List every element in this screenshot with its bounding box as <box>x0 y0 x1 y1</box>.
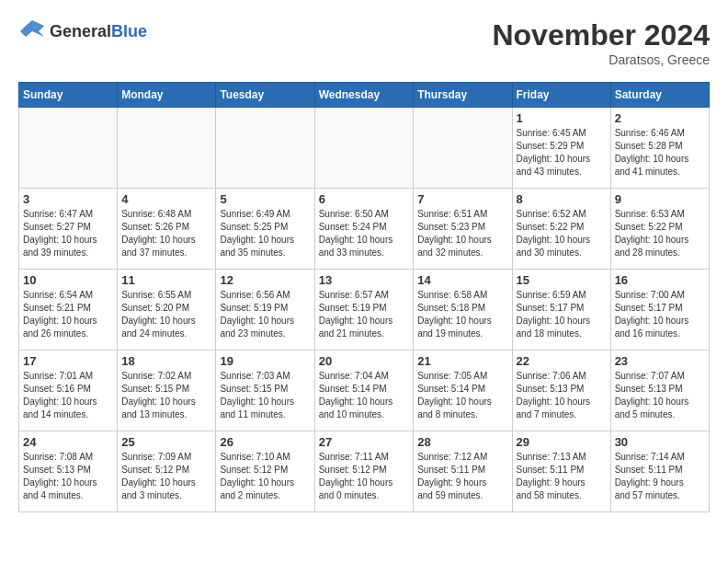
day-info: Sunrise: 7:13 AM Sunset: 5:11 PM Dayligh… <box>517 451 607 502</box>
day-info: Sunrise: 6:58 AM Sunset: 5:18 PM Dayligh… <box>417 289 507 340</box>
calendar-cell: 19Sunrise: 7:03 AM Sunset: 5:15 PM Dayli… <box>216 350 314 431</box>
day-info: Sunrise: 7:00 AM Sunset: 5:17 PM Dayligh… <box>615 289 705 340</box>
calendar-cell <box>414 108 512 189</box>
page-header: GeneralBlue November 2024 Daratsos, Gree… <box>18 18 710 67</box>
day-info: Sunrise: 6:57 AM Sunset: 5:19 PM Dayligh… <box>319 289 410 340</box>
week-row-3: 10Sunrise: 6:54 AM Sunset: 5:21 PM Dayli… <box>19 270 710 350</box>
day-number: 13 <box>319 273 410 287</box>
week-row-5: 24Sunrise: 7:08 AM Sunset: 5:13 PM Dayli… <box>19 431 710 512</box>
day-number: 26 <box>220 435 310 449</box>
calendar-cell: 8Sunrise: 6:52 AM Sunset: 5:22 PM Daylig… <box>512 189 610 270</box>
calendar-cell: 28Sunrise: 7:12 AM Sunset: 5:11 PM Dayli… <box>414 431 512 512</box>
week-row-4: 17Sunrise: 7:01 AM Sunset: 5:16 PM Dayli… <box>19 350 710 431</box>
calendar-cell <box>118 108 216 189</box>
col-friday: Friday <box>512 83 610 108</box>
calendar-cell: 15Sunrise: 6:59 AM Sunset: 5:17 PM Dayli… <box>512 270 610 350</box>
day-number: 23 <box>615 354 705 368</box>
logo-text: GeneralBlue <box>50 22 147 41</box>
day-info: Sunrise: 7:07 AM Sunset: 5:13 PM Dayligh… <box>615 370 705 421</box>
day-number: 18 <box>121 354 211 368</box>
calendar-cell <box>19 108 118 189</box>
day-number: 14 <box>417 273 507 287</box>
col-wednesday: Wednesday <box>314 83 414 108</box>
day-info: Sunrise: 6:55 AM Sunset: 5:20 PM Dayligh… <box>121 289 211 340</box>
day-number: 8 <box>517 192 607 206</box>
calendar-cell: 2Sunrise: 6:46 AM Sunset: 5:28 PM Daylig… <box>610 108 709 189</box>
day-number: 15 <box>517 273 607 287</box>
logo: GeneralBlue <box>18 18 147 44</box>
day-info: Sunrise: 7:08 AM Sunset: 5:13 PM Dayligh… <box>23 451 113 502</box>
day-info: Sunrise: 6:53 AM Sunset: 5:22 PM Dayligh… <box>615 208 705 259</box>
logo-icon <box>18 18 46 44</box>
day-info: Sunrise: 6:54 AM Sunset: 5:21 PM Dayligh… <box>23 289 113 340</box>
day-number: 30 <box>615 435 705 449</box>
day-info: Sunrise: 6:59 AM Sunset: 5:17 PM Dayligh… <box>517 289 607 340</box>
day-number: 11 <box>121 273 211 287</box>
calendar-cell: 6Sunrise: 6:50 AM Sunset: 5:24 PM Daylig… <box>314 189 414 270</box>
week-row-2: 3Sunrise: 6:47 AM Sunset: 5:27 PM Daylig… <box>19 189 710 270</box>
day-number: 5 <box>220 192 310 206</box>
day-info: Sunrise: 6:47 AM Sunset: 5:27 PM Dayligh… <box>23 208 113 259</box>
day-info: Sunrise: 6:45 AM Sunset: 5:29 PM Dayligh… <box>517 127 607 178</box>
day-number: 4 <box>121 192 211 206</box>
day-info: Sunrise: 7:14 AM Sunset: 5:11 PM Dayligh… <box>615 451 705 502</box>
col-sunday: Sunday <box>19 83 118 108</box>
calendar-cell: 16Sunrise: 7:00 AM Sunset: 5:17 PM Dayli… <box>610 270 709 350</box>
calendar-cell: 1Sunrise: 6:45 AM Sunset: 5:29 PM Daylig… <box>512 108 610 189</box>
day-info: Sunrise: 6:56 AM Sunset: 5:19 PM Dayligh… <box>220 289 310 340</box>
day-number: 19 <box>220 354 310 368</box>
calendar-cell: 14Sunrise: 6:58 AM Sunset: 5:18 PM Dayli… <box>414 270 512 350</box>
calendar-cell: 29Sunrise: 7:13 AM Sunset: 5:11 PM Dayli… <box>512 431 610 512</box>
day-info: Sunrise: 7:02 AM Sunset: 5:15 PM Dayligh… <box>121 370 211 421</box>
calendar-cell: 12Sunrise: 6:56 AM Sunset: 5:19 PM Dayli… <box>216 270 314 350</box>
day-info: Sunrise: 7:06 AM Sunset: 5:13 PM Dayligh… <box>517 370 607 421</box>
day-number: 22 <box>517 354 607 368</box>
calendar-cell: 18Sunrise: 7:02 AM Sunset: 5:15 PM Dayli… <box>118 350 216 431</box>
calendar-cell: 25Sunrise: 7:09 AM Sunset: 5:12 PM Dayli… <box>118 431 216 512</box>
day-info: Sunrise: 6:50 AM Sunset: 5:24 PM Dayligh… <box>319 208 410 259</box>
calendar-cell: 26Sunrise: 7:10 AM Sunset: 5:12 PM Dayli… <box>216 431 314 512</box>
day-info: Sunrise: 6:51 AM Sunset: 5:23 PM Dayligh… <box>417 208 507 259</box>
day-number: 2 <box>615 111 705 125</box>
calendar-cell <box>314 108 414 189</box>
calendar-header: Sunday Monday Tuesday Wednesday Thursday… <box>19 83 710 108</box>
day-number: 9 <box>615 192 705 206</box>
day-info: Sunrise: 6:48 AM Sunset: 5:26 PM Dayligh… <box>121 208 211 259</box>
day-number: 17 <box>23 354 113 368</box>
day-number: 6 <box>319 192 410 206</box>
calendar-cell: 5Sunrise: 6:49 AM Sunset: 5:25 PM Daylig… <box>216 189 314 270</box>
day-number: 12 <box>220 273 310 287</box>
day-info: Sunrise: 6:52 AM Sunset: 5:22 PM Dayligh… <box>517 208 607 259</box>
col-tuesday: Tuesday <box>216 83 314 108</box>
day-number: 29 <box>517 435 607 449</box>
calendar-cell: 11Sunrise: 6:55 AM Sunset: 5:20 PM Dayli… <box>118 270 216 350</box>
day-info: Sunrise: 7:05 AM Sunset: 5:14 PM Dayligh… <box>417 370 507 421</box>
day-number: 27 <box>319 435 410 449</box>
day-info: Sunrise: 7:01 AM Sunset: 5:16 PM Dayligh… <box>23 370 113 421</box>
day-number: 10 <box>23 273 113 287</box>
day-info: Sunrise: 7:10 AM Sunset: 5:12 PM Dayligh… <box>220 451 310 502</box>
calendar-cell: 20Sunrise: 7:04 AM Sunset: 5:14 PM Dayli… <box>314 350 414 431</box>
header-row: Sunday Monday Tuesday Wednesday Thursday… <box>19 83 710 108</box>
calendar-cell: 4Sunrise: 6:48 AM Sunset: 5:26 PM Daylig… <box>118 189 216 270</box>
calendar-cell: 23Sunrise: 7:07 AM Sunset: 5:13 PM Dayli… <box>610 350 709 431</box>
day-info: Sunrise: 7:11 AM Sunset: 5:12 PM Dayligh… <box>319 451 410 502</box>
day-number: 1 <box>517 111 607 125</box>
day-info: Sunrise: 7:09 AM Sunset: 5:12 PM Dayligh… <box>121 451 211 502</box>
week-row-1: 1Sunrise: 6:45 AM Sunset: 5:29 PM Daylig… <box>19 108 710 189</box>
col-thursday: Thursday <box>414 83 512 108</box>
day-info: Sunrise: 7:04 AM Sunset: 5:14 PM Dayligh… <box>319 370 410 421</box>
title-area: November 2024 Daratsos, Greece <box>492 18 710 67</box>
calendar-cell: 9Sunrise: 6:53 AM Sunset: 5:22 PM Daylig… <box>610 189 709 270</box>
calendar-cell: 27Sunrise: 7:11 AM Sunset: 5:12 PM Dayli… <box>314 431 414 512</box>
col-saturday: Saturday <box>610 83 709 108</box>
col-monday: Monday <box>118 83 216 108</box>
day-number: 21 <box>417 354 507 368</box>
day-number: 3 <box>23 192 113 206</box>
day-number: 16 <box>615 273 705 287</box>
day-info: Sunrise: 6:49 AM Sunset: 5:25 PM Dayligh… <box>220 208 310 259</box>
day-number: 20 <box>319 354 410 368</box>
day-number: 28 <box>417 435 507 449</box>
day-info: Sunrise: 7:03 AM Sunset: 5:15 PM Dayligh… <box>220 370 310 421</box>
calendar-cell <box>216 108 314 189</box>
